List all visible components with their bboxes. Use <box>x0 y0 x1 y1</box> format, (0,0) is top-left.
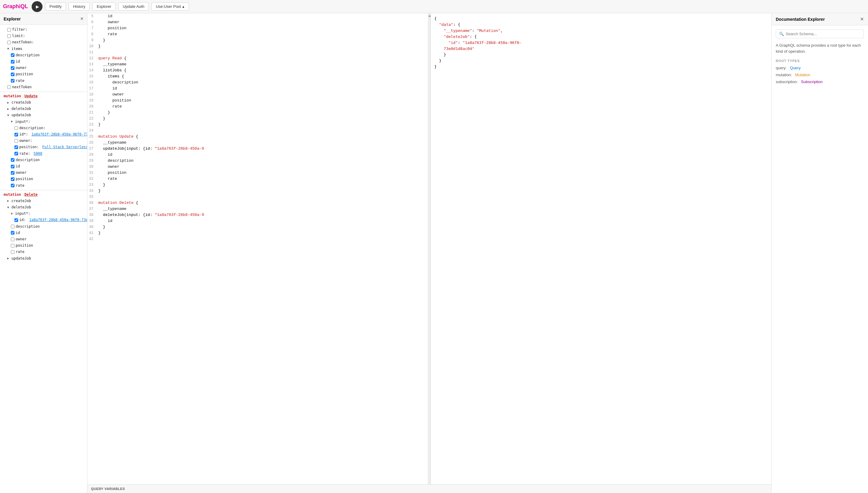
id-star-cb[interactable] <box>15 133 18 136</box>
del-id-cb2[interactable] <box>11 231 15 235</box>
nexttoken-checkbox[interactable] <box>7 41 11 44</box>
mutation-type-link[interactable]: Mutation <box>795 72 810 77</box>
position-cb[interactable] <box>15 146 18 149</box>
response-line: } <box>434 58 768 64</box>
field-label: description <box>16 157 40 163</box>
owner-cb[interactable] <box>15 139 18 143</box>
field-label: description <box>16 52 40 58</box>
mutation-type-row: mutation: Mutation <box>776 72 864 77</box>
id-value[interactable]: 1a8a763f-28b8-450a-96f0-73e <box>32 132 87 137</box>
rate-value[interactable]: 5000 <box>34 151 42 157</box>
del-id-cb[interactable] <box>15 218 18 222</box>
code-line: 35 <box>87 194 428 200</box>
use-pool-button[interactable]: Use:User Pool ▴ <box>151 2 189 10</box>
arrow-down-icon: ▼ <box>11 211 14 216</box>
code-content: position <box>98 25 426 31</box>
code-line: 37 __typename <box>87 206 428 212</box>
code-line: 42 <box>87 236 428 242</box>
code-line: 25 mutation Update { <box>87 134 428 140</box>
history-button[interactable]: History <box>68 2 89 10</box>
code-line: 11 <box>87 49 428 56</box>
del-desc-cb[interactable] <box>11 225 15 228</box>
code-line: 7 position <box>87 25 428 31</box>
list-item[interactable]: ▼ updateJob <box>0 112 87 119</box>
list-item[interactable]: ▶ updateJob <box>0 255 87 262</box>
code-line: 39 id <box>87 218 428 224</box>
list-item: position: Full Stack Serverless <box>0 144 87 150</box>
query-variables-label: QUERY VARIABLES <box>91 487 125 491</box>
response-line: "deleteJob": { <box>434 34 768 40</box>
code-line: 22 } <box>87 116 428 122</box>
line-number: 28 <box>87 152 98 158</box>
id-checkbox[interactable] <box>11 60 15 64</box>
query-editor[interactable]: 5 id 6 owner 7 position 8 rate 9 <box>87 13 428 484</box>
mutation-delete-link[interactable]: Delete <box>24 192 37 197</box>
rate-cb[interactable] <box>15 152 18 155</box>
del-rate-cb[interactable] <box>11 250 15 254</box>
line-number: 40 <box>87 224 98 230</box>
subscription-type-link[interactable]: Subscription <box>801 80 823 84</box>
list-item[interactable]: ▼ input*: <box>0 211 87 217</box>
code-line: 24 <box>87 128 428 134</box>
line-number: 30 <box>87 164 98 170</box>
query-type-label: query: <box>776 66 787 70</box>
code-content: position <box>98 170 426 176</box>
owner-cb2[interactable] <box>11 171 15 175</box>
query-type-link[interactable]: Query <box>790 66 801 70</box>
limit-checkbox[interactable] <box>7 34 11 38</box>
id-cb2[interactable] <box>11 165 15 168</box>
position-value[interactable]: Full Stack Serverless <box>42 144 87 150</box>
line-number: 16 <box>87 80 98 86</box>
description-cb[interactable] <box>15 126 18 130</box>
list-item[interactable]: ▶ deleteJob <box>0 106 87 112</box>
schema-search-input[interactable] <box>786 31 861 36</box>
nexttoken2-checkbox[interactable] <box>7 85 11 89</box>
position-checkbox[interactable] <box>11 72 15 76</box>
prettify-button[interactable]: Prettify <box>45 2 66 10</box>
del-pos-cb[interactable] <box>11 244 15 248</box>
line-number: 7 <box>87 25 98 31</box>
list-item[interactable]: ▼ input*: <box>0 119 87 125</box>
list-item: rate <box>0 78 87 84</box>
code-line: 34 } <box>87 188 428 194</box>
query-variables-bar[interactable]: QUERY VARIABLES <box>87 484 771 493</box>
line-number: 33 <box>87 182 98 188</box>
desc-cb2[interactable] <box>11 158 15 162</box>
mutation-update-link[interactable]: Update <box>24 93 37 99</box>
field-label: nextToken <box>12 84 32 90</box>
list-item[interactable]: ▶ createJob <box>0 100 87 106</box>
code-line: 32 rate <box>87 176 428 182</box>
explorer-close-button[interactable]: × <box>80 16 83 22</box>
rate-cb2[interactable] <box>11 184 15 187</box>
rate-checkbox[interactable] <box>11 79 15 83</box>
explorer-button[interactable]: Explorer <box>92 2 116 10</box>
search-icon: 🔍 <box>779 31 784 36</box>
code-content: owner <box>98 19 426 25</box>
field-label: owner <box>16 170 26 176</box>
list-item[interactable]: ▼ items <box>0 46 87 52</box>
list-item[interactable]: ▼ deleteJob <box>0 204 87 211</box>
list-item[interactable]: ▶ createJob <box>0 198 87 204</box>
run-button[interactable]: ▶ <box>32 1 42 12</box>
del-owner-cb[interactable] <box>11 238 15 241</box>
field-label: createJob <box>12 198 31 204</box>
code-line: 20 rate <box>87 104 428 110</box>
field-label: owner: <box>19 138 32 144</box>
list-item: owner: <box>0 137 87 144</box>
update-auth-button[interactable]: Update Auth <box>118 2 149 10</box>
line-number: 13 <box>87 61 98 67</box>
collapse-icon[interactable]: ◀ <box>428 15 430 18</box>
list-item: position <box>0 71 87 78</box>
toolbar: GraphiQL ▶ Prettify History Explorer Upd… <box>0 0 868 13</box>
description-checkbox[interactable] <box>11 53 15 57</box>
filter-checkbox[interactable] <box>7 28 11 31</box>
list-item: description: <box>0 125 87 131</box>
doc-close-button[interactable]: × <box>860 16 864 23</box>
position-cb2[interactable] <box>11 177 15 181</box>
line-number: 35 <box>87 194 98 200</box>
list-item: id <box>0 230 87 236</box>
code-line: 29 description <box>87 158 428 164</box>
del-id-value[interactable]: 1a8a763f-28b8-450a-96f0-73e0 <box>29 217 87 223</box>
owner-checkbox[interactable] <box>11 66 15 70</box>
code-line: 17 id <box>87 86 428 91</box>
